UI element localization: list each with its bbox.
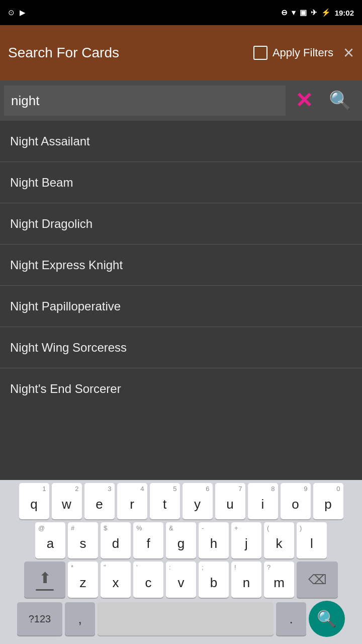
period-key[interactable]: . [276, 602, 306, 635]
keyboard: 1 q 2 w 3 e 4 r 5 t 6 y 7 u 8 i [0, 480, 362, 644]
search-button[interactable]: 🔍 [322, 86, 358, 116]
search-input[interactable] [4, 86, 286, 116]
wifi-icon: ▾ [292, 8, 296, 17]
list-item[interactable]: Night Beam [0, 162, 362, 203]
numsym-key[interactable]: ?123 [17, 602, 62, 635]
key-b[interactable]: ; b [199, 561, 229, 598]
key-q[interactable]: 1 q [19, 483, 49, 519]
key-a[interactable]: @ a [35, 522, 65, 558]
key-m[interactable]: ? m [264, 561, 294, 598]
keyboard-row-3: ⬆ * z " x ' c : v ; b ! n ? m [0, 561, 362, 598]
search-bar: ✕ 🔍 [0, 80, 362, 121]
key-l[interactable]: ) l [297, 522, 327, 558]
clock: 19:02 [335, 9, 354, 17]
play-icon: ▶ [20, 8, 26, 17]
comma-key[interactable]: , [65, 602, 95, 635]
key-f[interactable]: % f [133, 522, 163, 558]
key-j[interactable]: + j [231, 522, 261, 558]
list-item[interactable]: Night Papilloperative [0, 286, 362, 327]
key-w[interactable]: 2 w [52, 483, 82, 519]
keyboard-row-1: 1 q 2 w 3 e 4 r 5 t 6 y 7 u 8 i [0, 483, 362, 519]
apply-filters-container[interactable]: Apply Filters [253, 46, 333, 60]
key-o[interactable]: 9 o [281, 483, 311, 519]
airplane-icon: ✈ [311, 8, 317, 17]
list-item[interactable]: Night Express Knight [0, 245, 362, 286]
shift-key[interactable]: ⬆ [24, 561, 65, 598]
results-list: Night Assailant Night Beam Night Dragoli… [0, 121, 362, 410]
keyboard-bottom-row: ?123 , . 🔍 [0, 601, 362, 644]
status-bar: ⊙ ▶ ⊖ ▾ ▣ ✈ ⚡ 19:02 [0, 0, 362, 25]
key-x[interactable]: " x [101, 561, 131, 598]
page-title: Search For Cards [8, 45, 253, 61]
key-y[interactable]: 6 y [183, 483, 213, 519]
delete-icon: ⌫ [308, 572, 327, 588]
bolt-icon: ⚡ [321, 8, 331, 17]
key-p[interactable]: 0 p [313, 483, 343, 519]
key-h[interactable]: - h [199, 522, 229, 558]
space-key[interactable] [98, 602, 274, 635]
list-item[interactable]: Night's End Sorcerer [0, 368, 362, 410]
key-d[interactable]: $ d [101, 522, 131, 558]
search-icon: 🔍 [329, 90, 351, 111]
sim-icon: ▣ [300, 8, 307, 17]
key-r[interactable]: 4 r [117, 483, 147, 519]
shift-icon: ⬆ [39, 569, 51, 587]
status-right-icons: ⊖ ▾ ▣ ✈ ⚡ 19:02 [281, 8, 354, 17]
key-c[interactable]: ' c [133, 561, 163, 598]
apply-filters-label[interactable]: Apply Filters [273, 46, 333, 59]
keyboard-search-icon: 🔍 [317, 609, 337, 628]
key-e[interactable]: 3 e [84, 483, 115, 519]
clear-icon: ✕ [295, 90, 313, 111]
list-item[interactable]: Night Wing Sorceress [0, 327, 362, 368]
list-item[interactable]: Night Dragolich [0, 203, 362, 245]
status-left-icons: ⊙ ▶ [8, 8, 26, 17]
key-z[interactable]: * z [68, 561, 98, 598]
key-n[interactable]: ! n [231, 561, 261, 598]
record-icon: ⊙ [8, 8, 15, 17]
close-button[interactable]: × [343, 44, 354, 62]
keyboard-row-2: @ a # s $ d % f & g - h + j ( k [0, 522, 362, 558]
keyboard-search-button[interactable]: 🔍 [309, 601, 345, 637]
delete-key[interactable]: ⌫ [297, 561, 338, 598]
key-g[interactable]: & g [166, 522, 196, 558]
key-s[interactable]: # s [68, 522, 98, 558]
header: Search For Cards Apply Filters × [0, 25, 362, 80]
list-item[interactable]: Night Assailant [0, 121, 362, 162]
clear-button[interactable]: ✕ [286, 86, 322, 116]
key-v[interactable]: : v [166, 561, 196, 598]
key-i[interactable]: 8 i [248, 483, 278, 519]
apply-filters-checkbox[interactable] [253, 46, 267, 60]
key-t[interactable]: 5 t [150, 483, 180, 519]
minus-icon: ⊖ [281, 8, 288, 17]
key-k[interactable]: ( k [264, 522, 294, 558]
key-u[interactable]: 7 u [215, 483, 245, 519]
